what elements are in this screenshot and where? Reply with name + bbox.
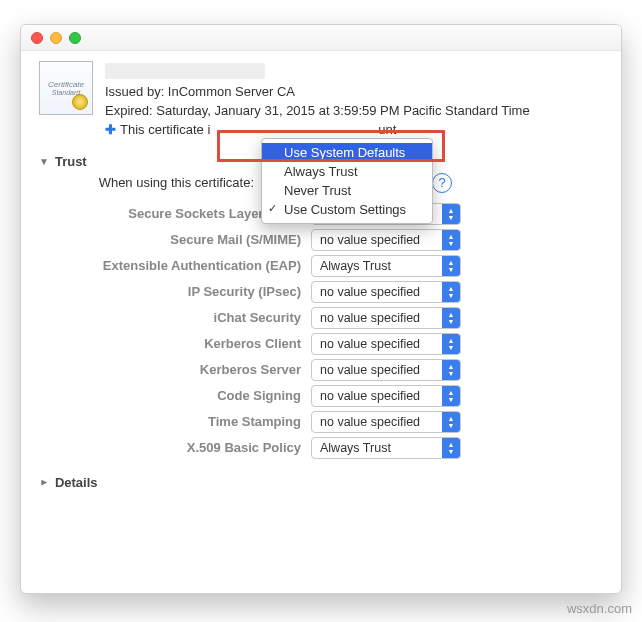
trust-setting-label: Extensible Authentication (EAP)	[39, 258, 311, 273]
trust-setting-label: X.509 Basic Policy	[39, 440, 311, 455]
trust-setting-row: Extensible Authentication (EAP)Always Tr…	[39, 255, 603, 277]
dropdown-item[interactable]: Use System Defaults	[262, 143, 432, 162]
trust-setting-label: Secure Mail (S/MIME)	[39, 232, 311, 247]
trust-setting-select[interactable]: no value specified▲▼	[311, 385, 461, 407]
trust-setting-select[interactable]: no value specified▲▼	[311, 359, 461, 381]
stepper-arrows-icon[interactable]: ▲▼	[442, 308, 460, 328]
stepper-arrows-icon[interactable]: ▲▼	[442, 438, 460, 458]
stepper-arrows-icon[interactable]: ▲▼	[442, 386, 460, 406]
trust-setting-value: Always Trust	[312, 441, 442, 455]
trust-setting-label: iChat Security	[39, 310, 311, 325]
certificate-status-text: This certificate i	[120, 121, 210, 140]
zoom-icon[interactable]	[69, 32, 81, 44]
trust-setting-value: no value specified	[312, 337, 442, 351]
seal-icon	[72, 94, 88, 110]
trust-setting-select[interactable]: no value specified▲▼	[311, 229, 461, 251]
cert-icon-word: Certificate	[48, 80, 84, 89]
trust-setting-row: Kerberos Clientno value specified▲▼	[39, 333, 603, 355]
checkmark-icon: ✓	[268, 202, 277, 215]
details-section-header[interactable]: ▼ Details	[39, 475, 603, 490]
dropdown-item[interactable]: Always Trust	[262, 162, 432, 181]
disclosure-triangle-icon[interactable]: ▼	[38, 477, 49, 487]
dropdown-item[interactable]: Use Custom Settings✓	[262, 200, 432, 219]
trust-setting-select[interactable]: Always Trust▲▼	[311, 255, 461, 277]
issued-by: Issued by: InCommon Server CA	[105, 83, 603, 102]
details-label: Details	[55, 475, 98, 490]
certificate-name-redacted	[105, 63, 265, 79]
trust-setting-value: no value specified	[312, 389, 442, 403]
trust-setting-select[interactable]: no value specified▲▼	[311, 281, 461, 303]
certificate-status: ✚ This certificate i unt	[105, 121, 603, 140]
trust-setting-value: no value specified	[312, 415, 442, 429]
stepper-arrows-icon[interactable]: ▲▼	[442, 256, 460, 276]
stepper-arrows-icon[interactable]: ▲▼	[442, 230, 460, 250]
stepper-arrows-icon[interactable]: ▲▼	[442, 204, 460, 224]
stepper-arrows-icon[interactable]: ▲▼	[442, 412, 460, 432]
expiration: Expired: Saturday, January 31, 2015 at 3…	[105, 102, 603, 121]
trust-setting-select[interactable]: no value specified▲▼	[311, 307, 461, 329]
trust-setting-label: Time Stamping	[39, 414, 311, 429]
trust-setting-select[interactable]: no value specified▲▼	[311, 411, 461, 433]
when-using-certificate-label: When using this certificate:	[39, 175, 264, 190]
help-icon: ?	[438, 175, 445, 190]
trust-setting-row: Time Stampingno value specified▲▼	[39, 411, 603, 433]
trust-setting-value: no value specified	[312, 363, 442, 377]
trust-setting-row: X.509 Basic PolicyAlways Trust▲▼	[39, 437, 603, 459]
trust-policy-dropdown-menu[interactable]: Use System DefaultsAlways TrustNever Tru…	[261, 138, 433, 224]
trust-setting-row: Code Signingno value specified▲▼	[39, 385, 603, 407]
disclosure-triangle-icon[interactable]: ▼	[39, 156, 49, 167]
stepper-arrows-icon[interactable]: ▲▼	[442, 360, 460, 380]
window-titlebar	[21, 25, 621, 51]
certificate-trust-window: Certificate Standard Issued by: InCommon…	[20, 24, 622, 594]
plus-icon: ✚	[105, 121, 116, 140]
certificate-icon: Certificate Standard	[39, 61, 93, 115]
trust-setting-label: Kerberos Client	[39, 336, 311, 351]
certificate-status-text-tail: unt	[378, 121, 396, 140]
trust-setting-value: Always Trust	[312, 259, 442, 273]
trust-setting-label: Code Signing	[39, 388, 311, 403]
trust-setting-label: IP Security (IPsec)	[39, 284, 311, 299]
trust-setting-value: no value specified	[312, 285, 442, 299]
trust-label: Trust	[55, 154, 87, 169]
stepper-arrows-icon[interactable]: ▲▼	[442, 334, 460, 354]
watermark: wsxdn.com	[567, 601, 632, 616]
dropdown-item[interactable]: Never Trust	[262, 181, 432, 200]
stepper-arrows-icon[interactable]: ▲▼	[442, 282, 460, 302]
close-icon[interactable]	[31, 32, 43, 44]
trust-setting-row: Secure Mail (S/MIME)no value specified▲▼	[39, 229, 603, 251]
certificate-header: Certificate Standard Issued by: InCommon…	[39, 61, 603, 140]
trust-setting-value: no value specified	[312, 311, 442, 325]
trust-setting-select[interactable]: no value specified▲▼	[311, 333, 461, 355]
trust-setting-value: no value specified	[312, 233, 442, 247]
trust-setting-select[interactable]: Always Trust▲▼	[311, 437, 461, 459]
trust-setting-label: Kerberos Server	[39, 362, 311, 377]
trust-setting-row: iChat Securityno value specified▲▼	[39, 307, 603, 329]
minimize-icon[interactable]	[50, 32, 62, 44]
help-button[interactable]: ?	[432, 173, 452, 193]
trust-setting-row: IP Security (IPsec)no value specified▲▼	[39, 281, 603, 303]
trust-setting-row: Kerberos Serverno value specified▲▼	[39, 359, 603, 381]
